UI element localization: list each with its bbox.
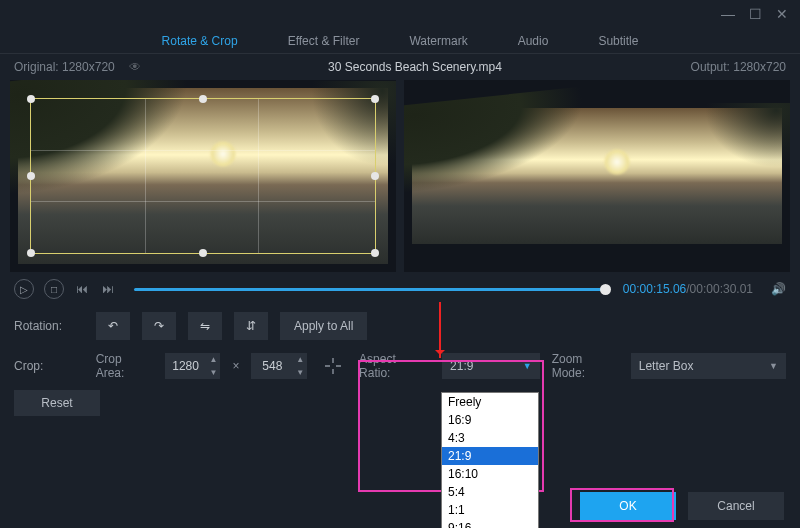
playback-controls: ▷ □ ⏮ ⏭ 00:00:15.06/00:00:30.01 🔊 bbox=[0, 272, 800, 306]
crop-handle[interactable] bbox=[371, 172, 379, 180]
crop-width-input[interactable]: ▲▼ bbox=[165, 353, 221, 379]
stepper-down-icon[interactable]: ▼ bbox=[293, 366, 307, 379]
stepper-up-icon[interactable]: ▲ bbox=[293, 353, 307, 366]
reset-button[interactable]: Reset bbox=[14, 390, 100, 416]
chevron-down-icon: ▼ bbox=[523, 361, 532, 371]
crop-area-label: Crop Area: bbox=[96, 352, 153, 380]
crop-row: Crop: Crop Area: ▲▼ × ▲▼ Aspect Ratio: 2… bbox=[0, 346, 800, 386]
crop-handle[interactable] bbox=[199, 95, 207, 103]
zoom-mode-label: Zoom Mode: bbox=[552, 352, 619, 380]
seek-slider[interactable] bbox=[134, 288, 605, 291]
maximize-button[interactable]: ☐ bbox=[749, 6, 762, 22]
aspect-option[interactable]: 1:1 bbox=[442, 501, 538, 519]
crop-height-input[interactable]: ▲▼ bbox=[251, 353, 307, 379]
aspect-option[interactable]: 16:10 bbox=[442, 465, 538, 483]
zoom-mode-select[interactable]: Letter Box▼ bbox=[631, 353, 786, 379]
crop-handle[interactable] bbox=[27, 95, 35, 103]
close-button[interactable]: ✕ bbox=[776, 6, 788, 22]
tab-subtitle[interactable]: Subtitle bbox=[598, 34, 638, 48]
filename-label: 30 Seconds Beach Scenery.mp4 bbox=[204, 60, 626, 74]
aspect-option[interactable]: 16:9 bbox=[442, 411, 538, 429]
crop-label: Crop: bbox=[14, 359, 84, 373]
crop-handle[interactable] bbox=[199, 249, 207, 257]
footer: OK Cancel bbox=[0, 484, 800, 528]
aspect-option[interactable]: 9:16 bbox=[442, 519, 538, 528]
aspect-option[interactable]: 4:3 bbox=[442, 429, 538, 447]
arrow-annotation bbox=[439, 302, 441, 358]
preview-area bbox=[0, 80, 800, 272]
flip-vertical-button[interactable]: ⇵ bbox=[234, 312, 268, 340]
tab-rotate-crop[interactable]: Rotate & Crop bbox=[162, 34, 238, 48]
cancel-button[interactable]: Cancel bbox=[688, 492, 784, 520]
source-preview[interactable] bbox=[10, 80, 396, 272]
original-size-label: Original: 1280x720 bbox=[14, 60, 115, 74]
chevron-down-icon: ▼ bbox=[769, 361, 778, 371]
time-display: 00:00:15.06/00:00:30.01 bbox=[623, 282, 753, 296]
tab-watermark[interactable]: Watermark bbox=[409, 34, 467, 48]
crop-handle[interactable] bbox=[371, 249, 379, 257]
tab-audio[interactable]: Audio bbox=[518, 34, 549, 48]
stepper-down-icon[interactable]: ▼ bbox=[206, 366, 220, 379]
aspect-option[interactable]: 21:9 bbox=[442, 447, 538, 465]
crop-handle[interactable] bbox=[371, 95, 379, 103]
prev-frame-button[interactable]: ⏮ bbox=[74, 282, 90, 296]
preview-toggle-icon[interactable]: 👁 bbox=[129, 60, 141, 74]
volume-icon[interactable]: 🔊 bbox=[771, 282, 786, 296]
tabs: Rotate & Crop Effect & Filter Watermark … bbox=[0, 28, 800, 54]
stop-button[interactable]: □ bbox=[44, 279, 64, 299]
rotation-label: Rotation: bbox=[14, 319, 84, 333]
output-size-label: Output: 1280x720 bbox=[626, 60, 786, 74]
rotate-left-button[interactable]: ↶ bbox=[96, 312, 130, 340]
crop-handle[interactable] bbox=[27, 172, 35, 180]
rotate-right-button[interactable]: ↷ bbox=[142, 312, 176, 340]
flip-horizontal-button[interactable]: ⇋ bbox=[188, 312, 222, 340]
stepper-up-icon[interactable]: ▲ bbox=[206, 353, 220, 366]
minimize-button[interactable]: — bbox=[721, 6, 735, 22]
aspect-option[interactable]: 5:4 bbox=[442, 483, 538, 501]
titlebar: — ☐ ✕ bbox=[0, 0, 800, 28]
rotation-row: Rotation: ↶ ↷ ⇋ ⇵ Apply to All bbox=[0, 306, 800, 346]
info-bar: Original: 1280x720👁 30 Seconds Beach Sce… bbox=[0, 54, 800, 80]
aspect-ratio-select[interactable]: 21:9▼ bbox=[442, 353, 540, 379]
aspect-ratio-label: Aspect Ratio: bbox=[359, 352, 430, 380]
aspect-option[interactable]: Freely bbox=[442, 393, 538, 411]
times-icon: × bbox=[232, 359, 239, 373]
next-frame-button[interactable]: ⏭ bbox=[100, 282, 116, 296]
ok-button[interactable]: OK bbox=[580, 492, 676, 520]
aspect-ratio-dropdown: Freely 16:9 4:3 21:9 16:10 5:4 1:1 9:16 bbox=[441, 392, 539, 528]
tab-effect-filter[interactable]: Effect & Filter bbox=[288, 34, 360, 48]
apply-all-button[interactable]: Apply to All bbox=[280, 312, 367, 340]
crop-handle[interactable] bbox=[27, 249, 35, 257]
center-crop-button[interactable] bbox=[319, 353, 347, 379]
output-preview bbox=[404, 80, 790, 272]
play-button[interactable]: ▷ bbox=[14, 279, 34, 299]
crop-rectangle[interactable] bbox=[30, 98, 376, 254]
